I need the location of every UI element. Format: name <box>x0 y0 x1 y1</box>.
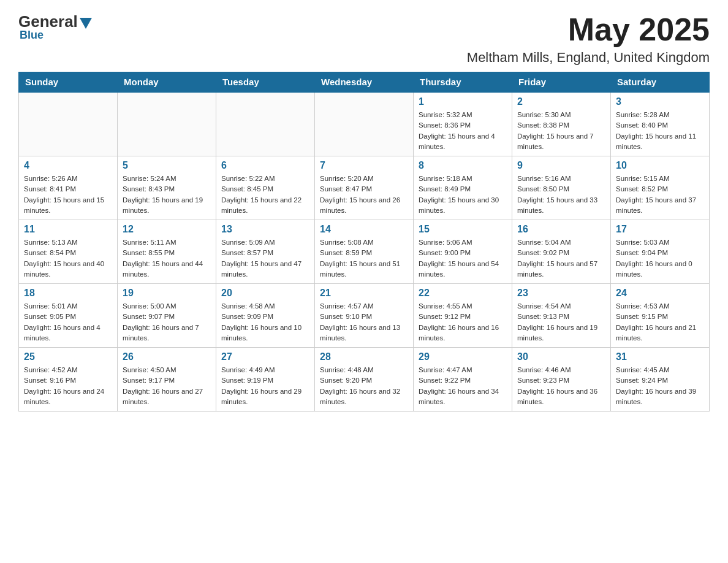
calendar-header-monday: Monday <box>118 72 216 93</box>
day-number: 12 <box>123 224 211 235</box>
day-info: Sunrise: 5:04 AMSunset: 9:02 PMDaylight:… <box>517 237 605 280</box>
day-info: Sunrise: 4:53 AMSunset: 9:15 PMDaylight:… <box>616 301 704 343</box>
day-number: 24 <box>616 288 704 299</box>
calendar-week-3: 11Sunrise: 5:13 AMSunset: 8:54 PMDayligh… <box>19 220 710 284</box>
day-number: 26 <box>123 351 211 362</box>
calendar-header-friday: Friday <box>512 72 611 93</box>
calendar-week-4: 18Sunrise: 5:01 AMSunset: 9:05 PMDayligh… <box>19 284 710 348</box>
calendar-cell: 17Sunrise: 5:03 AMSunset: 9:04 PMDayligh… <box>611 220 710 284</box>
calendar-cell: 31Sunrise: 4:45 AMSunset: 9:24 PMDayligh… <box>611 348 710 412</box>
day-number: 2 <box>517 96 605 107</box>
day-info: Sunrise: 5:16 AMSunset: 8:50 PMDaylight:… <box>517 174 605 216</box>
day-number: 28 <box>320 351 408 362</box>
day-number: 7 <box>320 160 408 171</box>
day-number: 29 <box>419 351 507 362</box>
day-info: Sunrise: 5:13 AMSunset: 8:54 PMDaylight:… <box>24 237 112 280</box>
day-number: 27 <box>221 351 309 362</box>
calendar-week-1: 1Sunrise: 5:32 AMSunset: 8:36 PMDaylight… <box>19 93 710 156</box>
calendar-cell <box>315 93 414 156</box>
day-number: 9 <box>517 160 605 171</box>
day-number: 23 <box>517 288 605 299</box>
day-info: Sunrise: 5:18 AMSunset: 8:49 PMDaylight:… <box>419 174 507 216</box>
day-info: Sunrise: 5:06 AMSunset: 9:00 PMDaylight:… <box>419 237 507 280</box>
calendar-cell: 8Sunrise: 5:18 AMSunset: 8:49 PMDaylight… <box>414 156 512 220</box>
day-info: Sunrise: 5:28 AMSunset: 8:40 PMDaylight:… <box>616 110 704 152</box>
day-info: Sunrise: 5:09 AMSunset: 8:57 PMDaylight:… <box>221 237 309 280</box>
month-title: May 2025 <box>467 12 710 47</box>
calendar-cell: 27Sunrise: 4:49 AMSunset: 9:19 PMDayligh… <box>216 348 315 412</box>
calendar-cell: 19Sunrise: 5:00 AMSunset: 9:07 PMDayligh… <box>118 284 216 348</box>
day-number: 20 <box>221 288 309 299</box>
day-info: Sunrise: 5:32 AMSunset: 8:36 PMDaylight:… <box>419 110 507 152</box>
calendar-cell: 16Sunrise: 5:04 AMSunset: 9:02 PMDayligh… <box>512 220 611 284</box>
title-section: May 2025 Meltham Mills, England, United … <box>467 12 710 66</box>
day-info: Sunrise: 4:49 AMSunset: 9:19 PMDaylight:… <box>221 365 309 407</box>
logo: General Blue <box>18 12 92 42</box>
day-info: Sunrise: 4:52 AMSunset: 9:16 PMDaylight:… <box>24 365 112 407</box>
day-number: 11 <box>24 224 112 235</box>
day-number: 1 <box>419 96 507 107</box>
calendar-cell: 3Sunrise: 5:28 AMSunset: 8:40 PMDaylight… <box>611 93 710 156</box>
calendar-header-tuesday: Tuesday <box>216 72 315 93</box>
day-number: 4 <box>24 160 112 171</box>
calendar-cell: 4Sunrise: 5:26 AMSunset: 8:41 PMDaylight… <box>19 156 118 220</box>
calendar-cell: 25Sunrise: 4:52 AMSunset: 9:16 PMDayligh… <box>19 348 118 412</box>
day-number: 8 <box>419 160 507 171</box>
day-info: Sunrise: 5:01 AMSunset: 9:05 PMDaylight:… <box>24 301 112 343</box>
day-number: 31 <box>616 351 704 362</box>
day-number: 5 <box>123 160 211 171</box>
day-number: 21 <box>320 288 408 299</box>
day-info: Sunrise: 4:58 AMSunset: 9:09 PMDaylight:… <box>221 301 309 343</box>
day-info: Sunrise: 5:08 AMSunset: 8:59 PMDaylight:… <box>320 237 408 280</box>
day-number: 15 <box>419 224 507 235</box>
calendar-cell: 11Sunrise: 5:13 AMSunset: 8:54 PMDayligh… <box>19 220 118 284</box>
calendar-table: SundayMondayTuesdayWednesdayThursdayFrid… <box>18 72 710 412</box>
logo-blue: Blue <box>20 29 44 42</box>
calendar-cell: 30Sunrise: 4:46 AMSunset: 9:23 PMDayligh… <box>512 348 611 412</box>
calendar-cell: 29Sunrise: 4:47 AMSunset: 9:22 PMDayligh… <box>414 348 512 412</box>
day-info: Sunrise: 5:26 AMSunset: 8:41 PMDaylight:… <box>24 174 112 216</box>
day-info: Sunrise: 4:54 AMSunset: 9:13 PMDaylight:… <box>517 301 605 343</box>
day-info: Sunrise: 4:45 AMSunset: 9:24 PMDaylight:… <box>616 365 704 407</box>
calendar-cell: 9Sunrise: 5:16 AMSunset: 8:50 PMDaylight… <box>512 156 611 220</box>
calendar-cell: 20Sunrise: 4:58 AMSunset: 9:09 PMDayligh… <box>216 284 315 348</box>
calendar-cell: 22Sunrise: 4:55 AMSunset: 9:12 PMDayligh… <box>414 284 512 348</box>
day-number: 30 <box>517 351 605 362</box>
day-number: 6 <box>221 160 309 171</box>
day-number: 13 <box>221 224 309 235</box>
calendar-cell <box>19 93 118 156</box>
calendar-cell: 23Sunrise: 4:54 AMSunset: 9:13 PMDayligh… <box>512 284 611 348</box>
calendar-cell: 6Sunrise: 5:22 AMSunset: 8:45 PMDaylight… <box>216 156 315 220</box>
day-info: Sunrise: 5:30 AMSunset: 8:38 PMDaylight:… <box>517 110 605 152</box>
day-info: Sunrise: 5:24 AMSunset: 8:43 PMDaylight:… <box>123 174 211 216</box>
day-info: Sunrise: 4:47 AMSunset: 9:22 PMDaylight:… <box>419 365 507 407</box>
calendar-week-5: 25Sunrise: 4:52 AMSunset: 9:16 PMDayligh… <box>19 348 710 412</box>
calendar-cell: 18Sunrise: 5:01 AMSunset: 9:05 PMDayligh… <box>19 284 118 348</box>
calendar-week-2: 4Sunrise: 5:26 AMSunset: 8:41 PMDaylight… <box>19 156 710 220</box>
day-info: Sunrise: 5:15 AMSunset: 8:52 PMDaylight:… <box>616 174 704 216</box>
calendar-cell: 12Sunrise: 5:11 AMSunset: 8:55 PMDayligh… <box>118 220 216 284</box>
day-info: Sunrise: 4:57 AMSunset: 9:10 PMDaylight:… <box>320 301 408 343</box>
page-header: General Blue May 2025 Meltham Mills, Eng… <box>18 12 710 66</box>
calendar-header-saturday: Saturday <box>611 72 710 93</box>
day-number: 10 <box>616 160 704 171</box>
calendar-cell: 10Sunrise: 5:15 AMSunset: 8:52 PMDayligh… <box>611 156 710 220</box>
day-info: Sunrise: 4:48 AMSunset: 9:20 PMDaylight:… <box>320 365 408 407</box>
calendar-cell <box>216 93 315 156</box>
day-info: Sunrise: 4:55 AMSunset: 9:12 PMDaylight:… <box>419 301 507 343</box>
day-info: Sunrise: 5:03 AMSunset: 9:04 PMDaylight:… <box>616 237 704 280</box>
calendar-cell: 1Sunrise: 5:32 AMSunset: 8:36 PMDaylight… <box>414 93 512 156</box>
calendar-cell: 21Sunrise: 4:57 AMSunset: 9:10 PMDayligh… <box>315 284 414 348</box>
calendar-cell: 5Sunrise: 5:24 AMSunset: 8:43 PMDaylight… <box>118 156 216 220</box>
calendar-cell: 2Sunrise: 5:30 AMSunset: 8:38 PMDaylight… <box>512 93 611 156</box>
calendar-cell: 26Sunrise: 4:50 AMSunset: 9:17 PMDayligh… <box>118 348 216 412</box>
calendar-cell: 13Sunrise: 5:09 AMSunset: 8:57 PMDayligh… <box>216 220 315 284</box>
day-info: Sunrise: 5:00 AMSunset: 9:07 PMDaylight:… <box>123 301 211 343</box>
calendar-cell <box>118 93 216 156</box>
location-title: Meltham Mills, England, United Kingdom <box>467 50 710 66</box>
calendar-cell: 28Sunrise: 4:48 AMSunset: 9:20 PMDayligh… <box>315 348 414 412</box>
day-number: 3 <box>616 96 704 107</box>
calendar-cell: 15Sunrise: 5:06 AMSunset: 9:00 PMDayligh… <box>414 220 512 284</box>
day-number: 17 <box>616 224 704 235</box>
day-number: 16 <box>517 224 605 235</box>
